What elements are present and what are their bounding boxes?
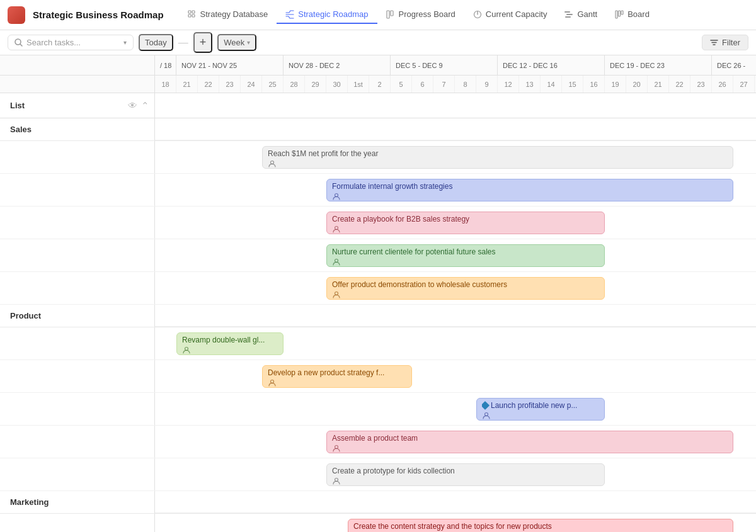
- day-cell: 13: [519, 76, 541, 93]
- bar-avatar-area: [332, 444, 728, 453]
- task-label-cell-t9: [0, 426, 155, 458]
- bar-avatar-area: [268, 378, 406, 387]
- bar-text-t10: Create a prototype for kids collection: [332, 467, 599, 475]
- filter-button[interactable]: Filter: [702, 35, 748, 50]
- day-cell: 23: [690, 76, 712, 93]
- search-box[interactable]: Search tasks... ▾: [8, 35, 134, 50]
- task-row-t9: Assemble a product team: [0, 426, 756, 458]
- strategic-roadmap-icon: [285, 10, 294, 19]
- collapse-icon[interactable]: ⌃: [141, 100, 149, 111]
- svg-rect-6: [391, 11, 393, 16]
- task-gantt-cell-t1: Reach $1M net profit for the year: [155, 141, 756, 173]
- board-icon: [615, 10, 624, 19]
- bar-text-t7: Develop a new product strategy f...: [268, 368, 406, 377]
- bar-avatar-area: [332, 290, 599, 299]
- task-label-cell-t3: [0, 207, 155, 239]
- user-icon: [268, 378, 277, 387]
- gantt-bar-t5[interactable]: Offer product demonstration to wholesale…: [326, 277, 605, 300]
- list-header-row: List 👁 ⌃: [0, 93, 756, 118]
- gantt-bar-t2[interactable]: Formulate internal growth strategies: [326, 179, 733, 201]
- gantt-bar-t1[interactable]: Reach $1M net profit for the year: [262, 146, 733, 169]
- user-icon: [482, 411, 491, 420]
- svg-point-21: [335, 227, 338, 230]
- svg-rect-12: [619, 11, 621, 16]
- svg-point-28: [335, 478, 338, 482]
- svg-rect-5: [387, 11, 389, 18]
- gantt-bar-t3[interactable]: Create a playbook for B2B sales strategy: [326, 212, 605, 234]
- day-cell: 24: [241, 76, 262, 93]
- day-numbers-left-spacer: [0, 76, 155, 93]
- day-cell: 28: [284, 76, 305, 93]
- gantt-bar-t4[interactable]: Nurture current clientele for potential …: [326, 244, 605, 267]
- gantt-area: / 18NOV 21 - NOV 25NOV 28 - DEC 2DEC 5 -…: [0, 55, 756, 532]
- bar-text-t6: Revamp double-wall gl...: [182, 336, 278, 344]
- bar-text-t11: Create the content strategy and the topi…: [353, 522, 728, 531]
- tab-strategic-roadmap[interactable]: Strategic Roadmap: [277, 6, 377, 24]
- day-cell: 19: [605, 76, 626, 93]
- svg-rect-13: [621, 11, 623, 14]
- day-cell: 2: [369, 76, 391, 93]
- task-label-cell-t10: [0, 458, 155, 490]
- bar-text-t3: Create a playbook for B2B sales strategy: [332, 215, 599, 224]
- week-button[interactable]: Week ▾: [217, 34, 256, 51]
- svg-rect-3: [192, 14, 195, 17]
- tab-board[interactable]: Board: [606, 6, 658, 24]
- today-button[interactable]: Today: [139, 34, 173, 51]
- gantt-bar-t8[interactable]: Launch profitable new p...: [476, 398, 605, 421]
- tab-progress-board[interactable]: Progress Board: [377, 6, 464, 24]
- section-gantt-marketing: [155, 491, 756, 513]
- bar-avatar-area: [332, 477, 599, 485]
- eye-icon[interactable]: 👁: [128, 100, 137, 111]
- day-cell: 30: [326, 76, 348, 93]
- task-row-t1: Reach $1M net profit for the year: [0, 141, 756, 174]
- add-button[interactable]: +: [193, 32, 213, 53]
- section-gantt-product: [155, 305, 756, 327]
- date-range-cell: DEC 26 -: [712, 55, 756, 75]
- svg-point-25: [271, 380, 274, 383]
- task-row-t3: Create a playbook for B2B sales strategy: [0, 207, 756, 239]
- tab-gantt[interactable]: Gantt: [556, 6, 606, 24]
- bar-text-t4: Nurture current clientele for potential …: [332, 247, 599, 256]
- task-label-cell-t5: [0, 272, 155, 304]
- section-header-marketing: Marketing: [0, 491, 756, 514]
- task-gantt-cell-t5: Offer product demonstration to wholesale…: [155, 272, 756, 304]
- gantt-bar-t11[interactable]: Create the content strategy and the topi…: [348, 519, 733, 532]
- task-gantt-cell-t7: Develop a new product strategy f...: [155, 360, 756, 392]
- task-row-t5: Offer product demonstration to wholesale…: [0, 272, 756, 305]
- date-range-cell: DEC 12 - DEC 16: [498, 55, 605, 75]
- svg-rect-0: [188, 11, 191, 13]
- day-cell: 14: [541, 76, 562, 93]
- gantt-bar-t7[interactable]: Develop a new product strategy f...: [262, 365, 412, 388]
- bar-avatar-area: [482, 411, 599, 420]
- task-gantt-cell-t2: Formulate internal growth strategies: [155, 174, 756, 206]
- day-cell: 22: [669, 76, 690, 93]
- day-cell: 27: [733, 76, 755, 93]
- day-cell: 9: [476, 76, 498, 93]
- gantt-scroll-body[interactable]: List 👁 ⌃ SalesReach $1M net profit for t…: [0, 93, 756, 532]
- day-cell: 12: [498, 76, 519, 93]
- tab-strategy-database[interactable]: Strategy Database: [179, 6, 277, 24]
- tab-current-capacity[interactable]: Current Capacity: [464, 6, 556, 24]
- bar-avatar-area: [332, 225, 599, 234]
- gantt-bar-t6[interactable]: Revamp double-wall gl...: [176, 332, 284, 355]
- section-label-marketing: Marketing: [0, 491, 155, 513]
- svg-point-22: [335, 259, 338, 263]
- day-cell: 21: [176, 76, 198, 93]
- day-cell: 7: [433, 76, 455, 93]
- bar-avatar-area: [182, 346, 278, 354]
- app-icon: [8, 6, 25, 24]
- task-label-cell-t8: [0, 393, 155, 425]
- day-cell: 16: [583, 76, 605, 93]
- gantt-bar-t9[interactable]: Assemble a product team: [326, 431, 733, 453]
- list-header-icons: 👁 ⌃: [128, 100, 154, 111]
- svg-point-26: [485, 413, 488, 416]
- gantt-icon: [564, 10, 573, 19]
- date-range-cell: DEC 19 - DEC 23: [605, 55, 712, 75]
- user-icon: [332, 225, 341, 234]
- date-range-cell: NOV 28 - DEC 2: [284, 55, 391, 75]
- section-sales: SalesReach $1M net profit for the yearFo…: [0, 118, 756, 305]
- diamond-icon: [482, 401, 490, 410]
- gantt-bar-t10[interactable]: Create a prototype for kids collection: [326, 463, 605, 486]
- task-row-t8: Launch profitable new p...: [0, 393, 756, 426]
- day-cell: 1st: [348, 76, 369, 93]
